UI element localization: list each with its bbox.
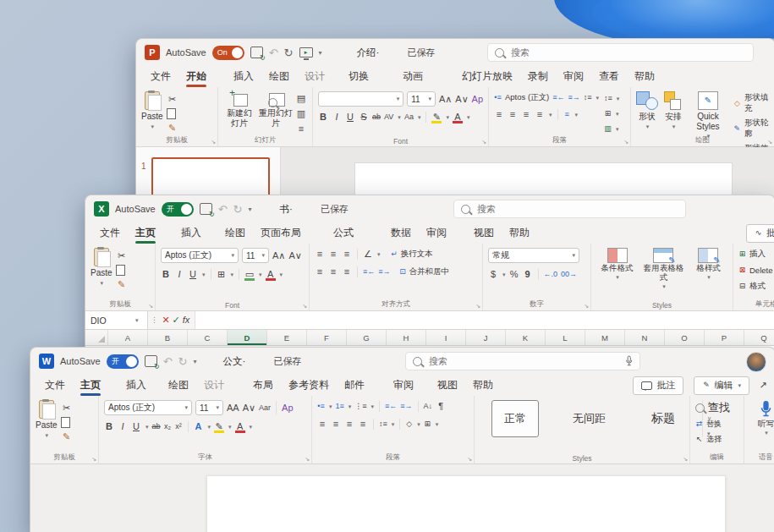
tab-insert[interactable]: 插入 xyxy=(173,224,209,242)
column-header[interactable]: F xyxy=(307,330,347,345)
redo-icon[interactable]: ↻ xyxy=(233,204,243,215)
find-button[interactable]: 查找 xyxy=(695,400,738,415)
tab-formulas[interactable]: 公式 xyxy=(326,224,361,242)
column-header[interactable]: L xyxy=(546,330,585,345)
tab-review[interactable]: 审阅 xyxy=(419,224,454,242)
change-case-icon[interactable]: Aar xyxy=(259,402,271,414)
percent-style-icon[interactable]: % xyxy=(509,268,519,281)
font-size-combo[interactable]: 11▾ xyxy=(407,91,436,107)
tab-file[interactable]: 文件 xyxy=(92,224,128,242)
quick-styles-button[interactable]: ✎Quick Styles▾ xyxy=(689,91,727,140)
tab-design[interactable]: 设计 xyxy=(297,68,332,85)
enter-icon[interactable]: ✓ xyxy=(171,314,181,326)
paste-button[interactable]: Paste▾ xyxy=(141,91,163,130)
increase-decimal-icon[interactable]: ←.0 xyxy=(544,268,558,281)
underline-icon[interactable]: U xyxy=(188,268,198,281)
qat-customize-icon[interactable]: ▾ xyxy=(194,358,197,365)
bullets-icon[interactable]: •≡ xyxy=(317,400,325,413)
format-painter-icon[interactable]: ✎ xyxy=(116,278,128,291)
align-left-icon[interactable]: ≡ xyxy=(317,418,327,431)
tab-home[interactable]: 主页 xyxy=(73,376,108,394)
align-right-icon[interactable]: ≡ xyxy=(342,266,352,278)
save-icon[interactable] xyxy=(145,355,157,367)
cut-icon[interactable]: ✂ xyxy=(61,402,73,414)
font-size-combo[interactable]: 11▾ xyxy=(195,400,223,415)
clipboard-dialog-launcher[interactable]: ↘ xyxy=(211,139,216,145)
underline-icon[interactable]: U xyxy=(345,111,355,123)
grow-font-icon[interactable]: A∧ xyxy=(439,93,452,106)
column-header[interactable]: G xyxy=(347,330,387,345)
tab-page-layout[interactable]: 页面布局 xyxy=(253,224,309,242)
shading-icon[interactable]: ◇ xyxy=(405,418,413,431)
dictate-button[interactable]: 听写 ▾ xyxy=(749,400,774,436)
font-color-icon[interactable]: A xyxy=(453,111,463,123)
tab-review[interactable]: 审阅 xyxy=(386,376,421,394)
select-all-corner[interactable] xyxy=(85,330,108,345)
delete-cells-button[interactable]: ⊠Delete xyxy=(738,264,774,277)
align-top-icon[interactable]: ≡ xyxy=(315,248,325,261)
sort-icon[interactable]: A↓ xyxy=(424,400,433,413)
tab-home[interactable]: 开始 xyxy=(178,68,214,85)
bullets-icon[interactable]: •≡ xyxy=(494,91,502,104)
bold-icon[interactable]: B xyxy=(318,111,328,123)
font-name-combo[interactable]: ▾ xyxy=(318,91,403,107)
indent-decrease-icon[interactable]: ≡← xyxy=(552,91,564,104)
column-header[interactable]: H xyxy=(387,330,426,345)
column-header-active[interactable]: D xyxy=(228,330,267,345)
column-header[interactable]: B xyxy=(148,330,188,345)
indent-decrease-icon[interactable]: ≡← xyxy=(363,266,375,278)
clear-formatting-icon[interactable]: Ap xyxy=(472,93,483,106)
italic-icon[interactable]: I xyxy=(332,111,342,123)
conditional-formatting-button[interactable]: 条件格式▾ xyxy=(596,248,638,281)
formula-input[interactable] xyxy=(195,311,774,329)
tab-help[interactable]: 帮助 xyxy=(627,68,662,85)
cell-styles-button[interactable]: ✎格样式▾ xyxy=(689,248,727,281)
decrease-decimal-icon[interactable]: 00→ xyxy=(561,268,577,281)
tab-animations[interactable]: 动画 xyxy=(395,68,431,85)
format-as-table-button[interactable]: ✎套用表格格式▾ xyxy=(640,248,688,290)
comma-style-icon[interactable]: 9 xyxy=(523,268,533,281)
paste-button[interactable]: Paste▾ xyxy=(91,248,113,287)
text-highlight-icon[interactable]: ✎ xyxy=(431,111,442,123)
tab-help[interactable]: 帮助 xyxy=(502,224,537,242)
borders-icon[interactable]: ⊞ xyxy=(217,268,227,281)
shape-fill-button[interactable]: ◇形状填充 xyxy=(733,92,769,114)
comments-button[interactable]: ∿批注 xyxy=(746,224,774,243)
autosave-toggle[interactable]: 开 xyxy=(107,354,139,369)
arrange-button[interactable]: 安排▾ xyxy=(664,91,683,130)
format-painter-icon[interactable]: ✎ xyxy=(167,122,178,134)
tab-home[interactable]: 主页 xyxy=(128,224,163,242)
undo-icon[interactable]: ↶ xyxy=(269,47,278,58)
column-header[interactable]: Q xyxy=(744,330,774,345)
grow-font-icon[interactable]: A∧ xyxy=(272,250,285,262)
italic-icon[interactable]: I xyxy=(174,268,184,281)
search-box[interactable] xyxy=(453,200,686,218)
align-left-icon[interactable]: ≡ xyxy=(315,266,325,278)
borders-icon[interactable]: ⊞ xyxy=(424,418,431,431)
clear-formatting-icon[interactable]: Ap xyxy=(282,402,293,414)
document-title[interactable]: 介绍· xyxy=(357,47,380,59)
reuse-slides-button[interactable]: 重用幻灯片 xyxy=(259,91,293,128)
tab-help[interactable]: 帮助 xyxy=(465,376,501,394)
tab-references[interactable]: 参考资料 xyxy=(281,376,337,394)
tab-slideshow[interactable]: 幻灯片放映 xyxy=(454,68,520,85)
editing-mode-button[interactable]: ✎编辑▾ xyxy=(694,376,749,395)
tab-layout[interactable]: 布局 xyxy=(245,376,281,394)
saved-status[interactable]: 已保存 xyxy=(321,203,349,216)
align-right-icon[interactable]: ≡ xyxy=(521,108,531,121)
wrap-text-button[interactable]: ↵换行文本 xyxy=(391,248,433,261)
clipboard-dialog-launcher[interactable]: ↘ xyxy=(91,456,96,463)
qat-customize-icon[interactable]: ▾ xyxy=(249,206,252,213)
save-icon[interactable] xyxy=(250,47,263,58)
tab-view[interactable]: 视图 xyxy=(466,224,502,242)
redo-icon[interactable]: ↻ xyxy=(284,47,294,58)
shrink-font-icon[interactable]: A∨ xyxy=(243,402,255,414)
section-icon[interactable]: ≡ xyxy=(296,123,306,135)
justify-icon[interactable]: ≡ xyxy=(358,418,368,431)
format-cells-button[interactable]: ⊟格式 xyxy=(738,280,774,293)
indent-decrease-icon[interactable]: ≡← xyxy=(385,400,397,413)
undo-icon[interactable]: ↶ xyxy=(218,204,228,215)
column-header[interactable]: M xyxy=(585,330,625,345)
paste-button[interactable]: Paste▾ xyxy=(36,400,58,439)
insert-cells-button[interactable]: ⊞插入 xyxy=(738,248,774,261)
